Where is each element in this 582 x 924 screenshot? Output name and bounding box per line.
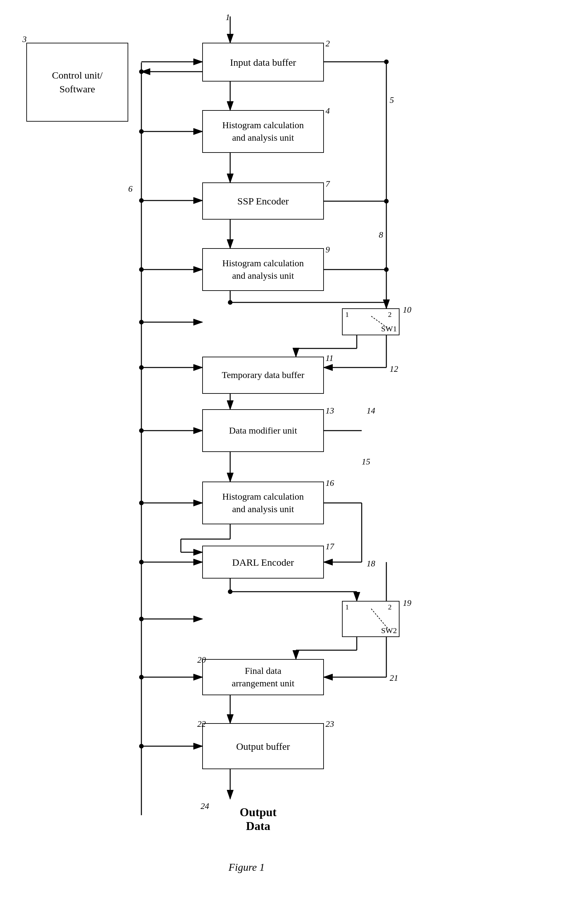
sw1-inner: 1 2 SW1	[342, 309, 399, 335]
svg-point-62	[139, 744, 144, 749]
svg-point-61	[139, 675, 144, 680]
ref-22: 22	[197, 719, 206, 729]
ssp-encoder-label: SSP Encoder	[237, 195, 289, 208]
svg-point-69	[384, 199, 389, 203]
svg-line-71	[371, 316, 389, 329]
ref-5: 5	[390, 95, 394, 105]
svg-point-63	[228, 300, 233, 305]
temp-data-buffer-block: Temporary data buffer	[202, 356, 324, 394]
sw2-block: 1 2 SW2	[342, 601, 400, 637]
input-data-buffer-label: Input data buffer	[230, 56, 296, 69]
ref-21: 21	[390, 673, 398, 683]
ref-1: 1	[226, 13, 230, 22]
ref-11: 11	[326, 353, 333, 363]
ref-17: 17	[326, 542, 334, 551]
histogram3-label: Histogram calculationand analysis unit	[222, 490, 304, 515]
output-buffer-label: Output buffer	[236, 740, 290, 753]
darl-encoder-label: DARL Encoder	[232, 556, 294, 569]
diagram: Control unit/Software 3 Input data buffe…	[0, 0, 582, 924]
ref-23: 23	[326, 719, 334, 729]
ref-20: 20	[197, 655, 206, 665]
ref-16: 16	[326, 478, 334, 488]
ref-9: 9	[326, 245, 330, 255]
svg-point-57	[139, 428, 144, 433]
data-modifier-label: Data modifier unit	[229, 425, 297, 437]
ref-14: 14	[367, 406, 375, 416]
ref-2: 2	[326, 39, 330, 49]
ref-12: 12	[390, 364, 398, 374]
final-data-label: Final dataarrangement unit	[232, 665, 294, 690]
svg-point-64	[228, 589, 233, 594]
input-data-buffer-block: Input data buffer	[202, 43, 324, 81]
ref-7: 7	[326, 179, 330, 189]
ref-24: 24	[200, 801, 209, 811]
svg-line-72	[371, 609, 389, 629]
histogram1-block: Histogram calculationand analysis unit	[202, 110, 324, 153]
ref-10: 10	[403, 305, 411, 315]
final-data-block: Final dataarrangement unit	[202, 659, 324, 695]
histogram2-block: Histogram calculationand analysis unit	[202, 248, 324, 291]
svg-point-56	[139, 365, 144, 370]
histogram3-block: Histogram calculationand analysis unit	[202, 482, 324, 524]
svg-point-67	[384, 267, 389, 272]
histogram1-label: Histogram calculationand analysis unit	[222, 119, 304, 144]
svg-point-60	[139, 617, 144, 621]
output-data-text: OutputData	[240, 806, 276, 833]
ref-3: 3	[22, 35, 26, 45]
ref-13: 13	[326, 406, 334, 416]
svg-point-59	[139, 560, 144, 564]
ref-6: 6	[128, 184, 132, 194]
control-unit-label: Control unit/Software	[52, 68, 103, 96]
svg-point-65	[384, 59, 389, 64]
darl-encoder-block: DARL Encoder	[202, 546, 324, 579]
temp-data-buffer-label: Temporary data buffer	[222, 369, 304, 381]
figure-label: Figure 1	[197, 861, 296, 873]
svg-point-51	[139, 69, 144, 74]
svg-point-53	[139, 198, 144, 203]
data-modifier-block: Data modifier unit	[202, 409, 324, 452]
svg-point-52	[139, 129, 144, 134]
ssp-encoder-block: SSP Encoder	[202, 182, 324, 219]
control-unit-block: Control unit/Software	[26, 43, 128, 122]
svg-point-55	[139, 320, 144, 324]
sw2-inner: 1 2 SW2	[342, 602, 399, 636]
svg-point-54	[139, 267, 144, 272]
histogram2-label: Histogram calculationand analysis unit	[222, 257, 304, 282]
ref-15: 15	[362, 457, 370, 467]
ref-18: 18	[367, 559, 375, 569]
sw1-block: 1 2 SW1	[342, 309, 400, 335]
ref-4: 4	[326, 106, 330, 116]
ref-8: 8	[379, 230, 383, 240]
output-data-label: OutputData	[217, 805, 299, 833]
svg-point-58	[139, 501, 144, 505]
output-buffer-block: Output buffer	[202, 723, 324, 769]
ref-19: 19	[403, 598, 411, 608]
